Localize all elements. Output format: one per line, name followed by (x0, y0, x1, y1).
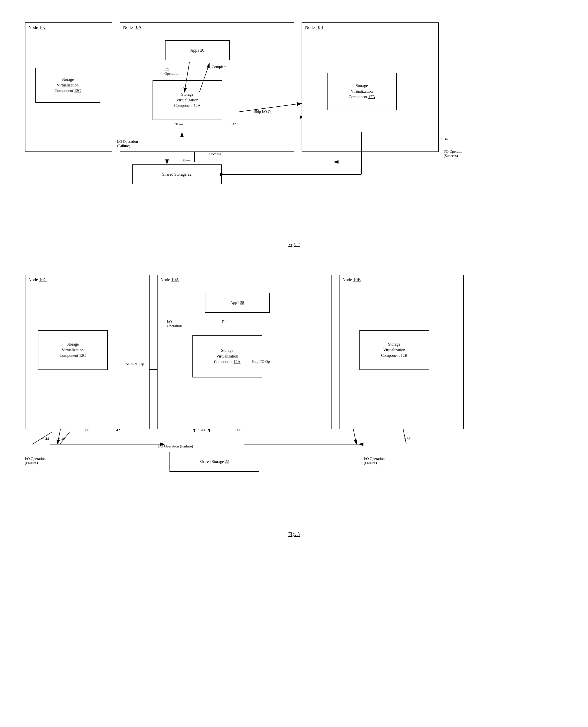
fail-label-right-fig3: Fail (237, 428, 243, 432)
app1-28-box-fig2: App1 28 (165, 40, 230, 60)
app1-28-text-fig3: App1 28 (230, 300, 244, 305)
svc-12c-text: StorageVirtualizationComponent 12C (55, 77, 81, 93)
node-10b-box: Node 10B StorageVirtualizationComponent … (301, 22, 439, 152)
svc-12b-text-fig3: StorageVirtualizationComponent 12B (381, 342, 407, 358)
figure-3-section: Node 10C StorageVirtualizationComponent … (15, 262, 573, 537)
io-op-failure-right-fig3: I/O Operation(Failure) (364, 457, 385, 465)
complete-label-fig2: Complete (212, 65, 226, 69)
node-10c-box-fig3: Node 10C StorageVirtualizationComponent … (25, 275, 150, 429)
io-op-label-fig2: I/OOperation (165, 67, 180, 76)
node-10a-box: Node 10A App1 28 StorageVirtualizationCo… (120, 22, 294, 152)
shared-storage-22-fig3: Shared Storage 22 (169, 452, 259, 472)
fail-label-app-fig3: Fail (222, 320, 228, 324)
node-10a-box-fig3: Node 10A App1 28 StorageVirtualizationCo… (157, 275, 332, 429)
svc-12b-text: StorageVirtualizationComponent 12B (349, 83, 375, 100)
fail-label-left-fig3: Fail (85, 428, 90, 432)
node-10a-label: Node 10A (123, 25, 142, 30)
ship-io-op-right-fig3: Ship I/O Op (252, 360, 270, 364)
shared-storage-22-text-fig2: Shared Storage 22 (162, 172, 191, 177)
label-46-fig3: ~ 46 (59, 437, 65, 441)
ship-io-op-left-fig3: Ship I/O Op (126, 362, 144, 366)
label-44-fig3: ~ 44 (42, 437, 49, 441)
svc-12b-box: StorageVirtualizationComponent 12B (327, 73, 397, 110)
io-op-failure-label-fig2: I/O Operation(Failure) (117, 140, 138, 148)
node-10c-box: Node 10C StorageVirtualizationComponent … (25, 22, 112, 152)
node-10b-label-fig3: Node 10B (342, 277, 361, 282)
label-34-fig2: ~ 34 (441, 137, 448, 141)
label-32-fig2: ~ 32 (229, 122, 236, 126)
node-10b-box-fig3: Node 10B StorageVirtualizationComponent … (339, 275, 464, 429)
label-42-fig3: ~ 42 (113, 428, 120, 432)
shared-storage-22-text-fig3: Shared Storage 22 (200, 459, 229, 464)
fig3-container: Node 10C StorageVirtualizationComponent … (20, 262, 568, 524)
io-op-label-fig3: I/OOperation (167, 320, 182, 328)
svc-12b-box-fig3: StorageVirtualizationComponent 12B (359, 330, 429, 370)
svc-12c-box-fig3: StorageVirtualizationComponent 12C (38, 330, 108, 370)
success-label-fig2: Success (209, 152, 221, 156)
svc-12a-text-fig3: StorageVirtualizationComponent 12A (214, 348, 240, 364)
node-10b-label: Node 10B (305, 25, 323, 30)
svc-12a-text: StorageVirtualizationComponent 12A (174, 92, 201, 108)
figure-2-section: Node 10C StorageVirtualizationComponent … (15, 10, 573, 248)
fig3-caption: Fig. 3 (15, 531, 573, 537)
app1-28-box-fig3: App1 28 (205, 293, 270, 313)
label-40-fig3: ~ 40 (198, 428, 205, 432)
node-10c-label-fig3: Node 10C (28, 277, 47, 282)
node-10a-label-fig3: Node 10A (161, 277, 179, 282)
node-10c-label: Node 10C (28, 25, 47, 30)
fig2-caption: Fig. 2 (15, 242, 573, 248)
shared-storage-22-fig2: Shared Storage 22 (132, 165, 222, 184)
label-30-fig2: 30 — (174, 122, 183, 126)
svc-12c-text-fig3: StorageVirtualizationComponent 12C (60, 342, 86, 358)
svc-12a-box: StorageVirtualizationComponent 12A (152, 80, 222, 120)
app1-28-text-fig2: App1 28 (190, 48, 204, 53)
svc-12a-box-fig3: StorageVirtualizationComponent 12A (192, 335, 262, 378)
svc-12c-box: StorageVirtualizationComponent 12C (35, 68, 100, 103)
label-38-fig3: ~ 38 (404, 437, 411, 441)
fig2-container: Node 10C StorageVirtualizationComponent … (20, 10, 568, 234)
label-36-fig2: 36 — (182, 158, 190, 163)
io-op-success-label-fig2: I/O Operation(Success) (444, 149, 465, 158)
ship-io-op-label-fig2: Ship I/O Op (254, 110, 272, 114)
io-op-failure-left-fig3: I/O Operation(Failure) (25, 457, 46, 465)
io-op-failure-center-fig3: I/O Operation (Failure) (158, 444, 193, 448)
